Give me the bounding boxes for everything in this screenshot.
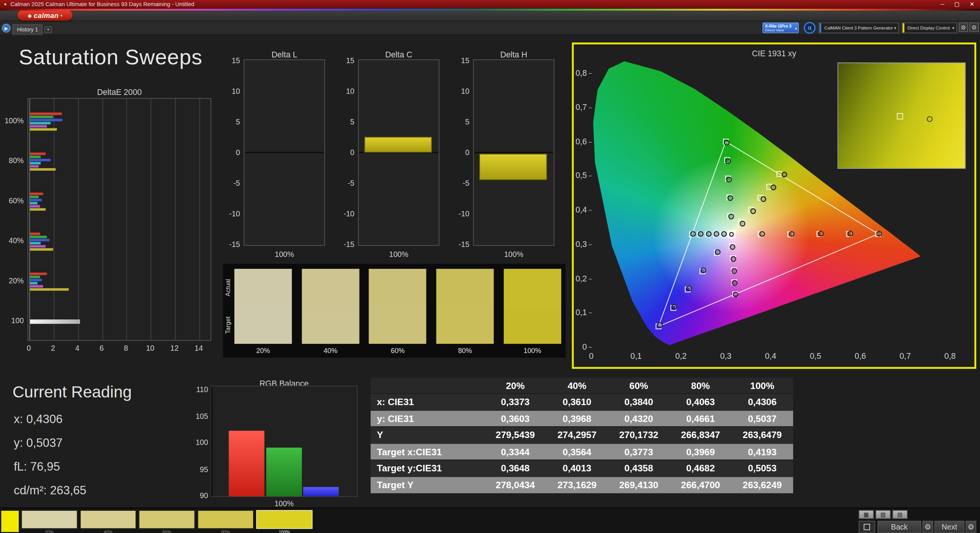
- dC-y-tick-label: 5: [333, 118, 354, 126]
- measured-marker-yellow: [761, 197, 766, 201]
- footer-swatch-label: 60%: [139, 530, 195, 533]
- footer-tool-button-1[interactable]: ▧: [875, 510, 890, 519]
- swatch-column-label: 60%: [369, 347, 426, 355]
- meter-dropdown[interactable]: X-Rite i1Pro 3 Direct View ▾: [763, 23, 799, 33]
- display-control-dropdown[interactable]: Direct Display Control ▾: [902, 23, 957, 33]
- close-button[interactable]: ✕: [970, 1, 974, 7]
- table-cell: 0,3610: [546, 394, 608, 410]
- table-row-label: x: CIE31: [371, 394, 484, 410]
- swatch-actual-60%: [369, 269, 426, 306]
- swatch-target-100%: [504, 306, 561, 344]
- dL-plot-area: [244, 59, 325, 246]
- table-cell: 80%: [670, 378, 731, 393]
- deltae-bar-cyan: [30, 282, 37, 284]
- footer-tool-button-0[interactable]: ▦: [859, 510, 874, 519]
- dL-y-tick-label: -5: [219, 179, 240, 188]
- footer-swatch-20%[interactable]: [21, 510, 78, 529]
- swatch-row-label: Actual: [224, 269, 233, 306]
- deltae-bar-red: [30, 152, 46, 155]
- rgb-y-tick-label: 100: [188, 438, 208, 447]
- measured-marker-green: [724, 140, 729, 145]
- settings-gear-button[interactable]: ⚙: [959, 23, 968, 32]
- deltae-gridline: [127, 99, 127, 340]
- cie-x-tick-label: 0,4: [761, 352, 781, 361]
- back-button[interactable]: Back: [877, 521, 921, 533]
- deltae-y-tick-label: 100: [0, 316, 24, 325]
- deltae-gridline: [151, 99, 152, 340]
- measured-marker-magenta: [731, 257, 736, 261]
- dH-y-tick-label: 15: [448, 56, 470, 65]
- cie-x-tick-label: 0: [581, 352, 601, 361]
- history-more-button[interactable]: ▾: [44, 26, 52, 33]
- footer-swatch-100%[interactable]: [256, 510, 312, 529]
- meter-status-badge[interactable]: i1: [804, 22, 816, 34]
- dC-x-label: 100%: [358, 250, 439, 259]
- deltae-x-tick-label: 10: [141, 344, 159, 353]
- deltae-y-tick-label: 100%: [0, 116, 24, 125]
- table-cell: 60%: [608, 378, 670, 393]
- cie-y-tickmark: [589, 244, 592, 245]
- swatch-row-label: Target: [224, 306, 233, 344]
- table-cell: 0,3969: [670, 444, 731, 460]
- measured-marker-green: [727, 177, 731, 182]
- dH-y-tick-label: -10: [448, 209, 470, 218]
- measured-marker-red: [760, 232, 764, 236]
- table-cell: 0,4358: [608, 460, 670, 476]
- minimize-button[interactable]: ─: [940, 1, 944, 7]
- dH-y-tick-label: -5: [448, 179, 470, 188]
- table-row: x: CIE310,33730,36100,38400,40630,4306: [371, 393, 793, 410]
- cie-y-tick-label: 0,1: [572, 308, 587, 317]
- table-row: y: CIE310,36030,39680,43200,46610,5037: [371, 410, 793, 426]
- footer-swatch-label: 40%: [80, 530, 136, 533]
- footer-tool-button-2[interactable]: ▤: [892, 510, 907, 519]
- deltae-bar-blue: [30, 278, 42, 281]
- rgb-y-tick-label: 90: [188, 491, 208, 500]
- footer-swatch-40%[interactable]: [80, 510, 136, 529]
- cie-x-tick-label: 0,7: [895, 352, 915, 361]
- pattern-generator-dropdown[interactable]: CalMAN Client 3 Pattern Generator ▾: [819, 23, 899, 33]
- footer-swatch-60%[interactable]: [139, 510, 195, 529]
- deltae-bar-green: [30, 195, 38, 198]
- swatch-column-label: 20%: [234, 347, 292, 355]
- cie-inset-zoom: [838, 62, 966, 169]
- deltae-bar-green: [30, 275, 39, 278]
- dH-y-tick-label: 0: [448, 148, 470, 157]
- history-play-button[interactable]: ▶: [2, 24, 11, 33]
- table-cell: 0,4063: [670, 394, 731, 410]
- deltae-x-tick-label: 12: [166, 344, 183, 353]
- deltae-bar-magenta: [30, 285, 43, 288]
- dC-y-tick-label: -15: [333, 240, 354, 249]
- delta-h-chart: Delta H151050-5-10-15100%: [448, 50, 561, 263]
- deltae-x-tick-label: 14: [190, 344, 207, 353]
- deltae-bar-cyan: [30, 202, 37, 204]
- dC-y-tick-label: 10: [333, 87, 354, 96]
- back-settings-gear-icon[interactable]: ⚙: [923, 521, 933, 533]
- calman-menu-button[interactable]: ◈ calman ▾: [18, 10, 73, 21]
- deltae-bar-red: [30, 112, 61, 115]
- pattern-window-button[interactable]: [859, 521, 875, 533]
- table-cell: 263,6479: [732, 427, 793, 443]
- rgb-y-tick-label: 110: [188, 385, 208, 394]
- table-cell: 0,5037: [732, 410, 793, 427]
- deltae-y-tick-label: 60%: [0, 196, 24, 205]
- cie-x-tick-label: 0,3: [716, 352, 736, 361]
- cie-y-tick-label: 0,7: [572, 102, 587, 111]
- workflow-settings-gear-button[interactable]: ⚙: [969, 23, 978, 32]
- maximize-button[interactable]: ▢: [954, 1, 960, 7]
- rgb-y-tick-label: 105: [188, 412, 208, 420]
- footer-swatch-80%[interactable]: [198, 510, 254, 529]
- rgb-plot-area: [211, 386, 358, 497]
- next-button[interactable]: Next: [934, 521, 964, 533]
- deltae-bar-magenta: [30, 125, 47, 128]
- tab-history-1[interactable]: History 1: [13, 25, 42, 35]
- table-cell: 0,3373: [484, 394, 546, 410]
- deltae-bar-magenta: [30, 165, 38, 167]
- swatch-target-40%: [302, 306, 359, 344]
- next-settings-gear-icon[interactable]: ⚙: [965, 521, 976, 533]
- table-cell: 0,4320: [608, 410, 670, 427]
- table-cell: 0,5053: [732, 460, 793, 476]
- inset-measured-marker: [927, 116, 933, 122]
- rgb-balance-chart: RGB Balance1101051009590100%: [188, 375, 363, 508]
- dL-y-tick-label: 10: [219, 87, 240, 96]
- dL-y-tick-label: 5: [219, 118, 240, 126]
